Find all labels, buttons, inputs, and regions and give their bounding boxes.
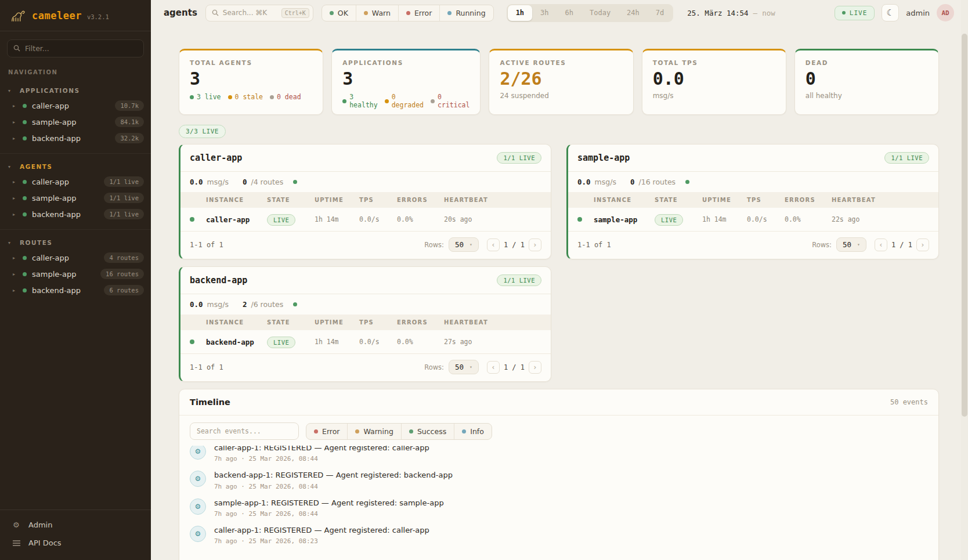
app-tps: 0.0 xyxy=(190,300,203,309)
time-range-display: 25. März 14:54 — now xyxy=(687,9,775,17)
sidebar-item-applications-caller-app[interactable]: ▸ caller-app 10.7k xyxy=(0,97,151,114)
rows-value: 50 xyxy=(455,363,464,371)
range-today[interactable]: Today xyxy=(581,5,619,21)
chevron-down-icon: ▾ xyxy=(469,242,472,247)
filter-warn[interactable]: Warn xyxy=(356,5,399,21)
table-row[interactable]: backend-app LIVE 1h 14m 0.0/s 0.0% 27s a… xyxy=(180,330,551,354)
filter-label: Running xyxy=(456,9,485,17)
col-uptime: UPTIME xyxy=(702,197,747,203)
prev-page-button[interactable]: ‹ xyxy=(487,361,500,374)
filter-label: Error xyxy=(414,9,432,17)
sidebar-item-admin[interactable]: ⚙ Admin xyxy=(0,516,151,534)
app-routes-active: 2 xyxy=(243,300,247,309)
stale-dot xyxy=(228,95,232,99)
filter-info[interactable]: Info xyxy=(454,424,492,439)
col-state: STATE xyxy=(267,319,315,326)
range-1h[interactable]: 1h xyxy=(508,5,532,21)
chevron-down-icon: ▾ xyxy=(857,242,860,247)
sidebar-item-routes-backend-app[interactable]: ▸ backend-app 6 routes xyxy=(0,282,151,298)
sidebar-item-api-docs[interactable]: API Docs xyxy=(0,534,151,552)
live-dot xyxy=(190,95,194,99)
filter-ok[interactable]: OK xyxy=(322,5,356,21)
sidebar-item-label: backend-app xyxy=(32,286,99,295)
instance-state-badge: LIVE xyxy=(655,214,683,226)
sidebar-item-agents-sample-app[interactable]: ▸ sample-app 1/1 live xyxy=(0,190,151,206)
instance-state-badge: LIVE xyxy=(267,337,295,348)
table-row[interactable]: sample-app LIVE 1h 14m 0.0/s 0.0% 22s ag… xyxy=(568,208,938,232)
event-time: 7h ago · 25 Mar 2026, 08:44 xyxy=(214,510,444,518)
app-screen: cameleer v3.2.1 NAVIGATION ▾ APPLICATION… xyxy=(0,0,968,560)
pagination-range: 1-1 of 1 xyxy=(190,241,223,249)
sidebar-item-applications-backend-app[interactable]: ▸ backend-app 32.2k xyxy=(0,130,151,146)
next-page-button[interactable]: › xyxy=(916,239,929,251)
timeline-event[interactable]: ⚙ backend-app-1: REGISTERED — Agent regi… xyxy=(190,467,928,494)
time-to: now xyxy=(762,9,775,17)
chevron-down-icon: ▾ xyxy=(469,364,472,370)
filter-error[interactable]: Error xyxy=(306,424,348,439)
table-row[interactable]: caller-app LIVE 1h 14m 0.0/s 0.0% 20s ag… xyxy=(180,208,551,232)
filter-label: OK xyxy=(338,9,348,17)
sidebar-item-agents-backend-app[interactable]: ▸ backend-app 1/1 live xyxy=(0,206,151,222)
range-7d[interactable]: 7d xyxy=(648,5,672,21)
global-search-input[interactable] xyxy=(223,9,277,17)
breakdown-word: critical xyxy=(438,101,469,109)
instance-tps: 0.0/s xyxy=(359,215,397,223)
next-page-button[interactable]: › xyxy=(529,361,541,374)
sidebar-filter xyxy=(7,39,144,57)
sidebar-item-label: sample-app xyxy=(32,270,95,279)
scrollbar-thumb[interactable] xyxy=(962,34,967,417)
next-page-button[interactable]: › xyxy=(529,239,541,251)
section-header-agents[interactable]: ▾ AGENTS xyxy=(0,160,151,174)
breakdown-word: healthy xyxy=(349,101,377,109)
sidebar-item-agents-caller-app[interactable]: ▸ caller-app 1/1 live xyxy=(0,174,151,190)
filter-error[interactable]: Error xyxy=(399,5,440,21)
instance-status-dot xyxy=(190,217,194,222)
filter-warning[interactable]: Warning xyxy=(348,424,401,439)
page-scrollbar[interactable] xyxy=(961,0,968,560)
timeline-card: Timeline 50 events Error Warn xyxy=(179,389,939,560)
rows-per-page-select[interactable]: 50▾ xyxy=(836,237,866,252)
section-header-routes[interactable]: ▾ ROUTES xyxy=(0,236,151,250)
stat-value: 3 xyxy=(342,69,469,88)
timeline-event[interactable]: ⚙ sample-app-1: REGISTERED — Agent regis… xyxy=(190,494,928,522)
prev-page-button[interactable]: ‹ xyxy=(487,239,500,251)
theme-toggle-button[interactable]: ☾ xyxy=(882,4,899,21)
breakdown-text: 3 live xyxy=(197,93,221,101)
stat-value: 3 xyxy=(190,69,312,88)
rows-per-page-select[interactable]: 50▾ xyxy=(449,237,479,252)
brand: cameleer v3.2.1 xyxy=(0,0,151,31)
sidebar-item-routes-sample-app[interactable]: ▸ sample-app 16 routes xyxy=(0,266,151,282)
chevron-right-icon: ▸ xyxy=(13,255,17,261)
instance-heartbeat: 20s ago xyxy=(444,215,541,223)
page-indicator: 1 / 1 xyxy=(504,363,525,371)
avatar[interactable]: AD xyxy=(937,4,954,21)
status-dot xyxy=(23,180,27,184)
section-header-applications[interactable]: ▾ APPLICATIONS xyxy=(0,84,151,97)
timeline-events-list[interactable]: ⚙ caller-app-1: REGISTERED — Agent regis… xyxy=(179,446,938,559)
timeline-event[interactable]: ⚙ caller-app-1: REGISTERED — Agent regis… xyxy=(190,522,928,549)
timeline-filter-group: Error Warning Success Info xyxy=(306,423,492,440)
range-3h[interactable]: 3h xyxy=(532,5,557,21)
event-title: sample-app-1: REGISTERED — Agent registe… xyxy=(214,498,444,508)
filter-running[interactable]: Running xyxy=(440,5,493,21)
status-filter-group: OK Warn Error Running xyxy=(322,5,494,21)
range-24h[interactable]: 24h xyxy=(619,5,648,21)
chevron-right-icon: ▸ xyxy=(13,103,17,109)
navigation-caption: NAVIGATION xyxy=(8,69,143,75)
sidebar-filter-input[interactable] xyxy=(25,44,138,53)
stat-value: 0 xyxy=(806,69,928,88)
timeline-search-input[interactable] xyxy=(197,427,292,435)
prev-page-button[interactable]: ‹ xyxy=(875,239,887,251)
col-errors: ERRORS xyxy=(785,197,832,203)
timeline-event[interactable]: ⚙ caller-app-1: REGISTERED — Agent regis… xyxy=(190,446,928,467)
info-dot xyxy=(462,429,466,433)
dead-dot xyxy=(270,95,274,99)
range-6h[interactable]: 6h xyxy=(557,5,581,21)
sidebar-item-applications-sample-app[interactable]: ▸ sample-app 84.1k xyxy=(0,114,151,130)
search-icon xyxy=(13,43,20,54)
sidebar-item-routes-caller-app[interactable]: ▸ caller-app 4 routes xyxy=(0,250,151,266)
col-tps: TPS xyxy=(747,197,785,203)
rows-per-page-select[interactable]: 50▾ xyxy=(449,360,479,374)
stat-card-total-tps: TOTAL TPS 0.0 msg/s xyxy=(642,49,786,115)
filter-success[interactable]: Success xyxy=(402,424,454,439)
